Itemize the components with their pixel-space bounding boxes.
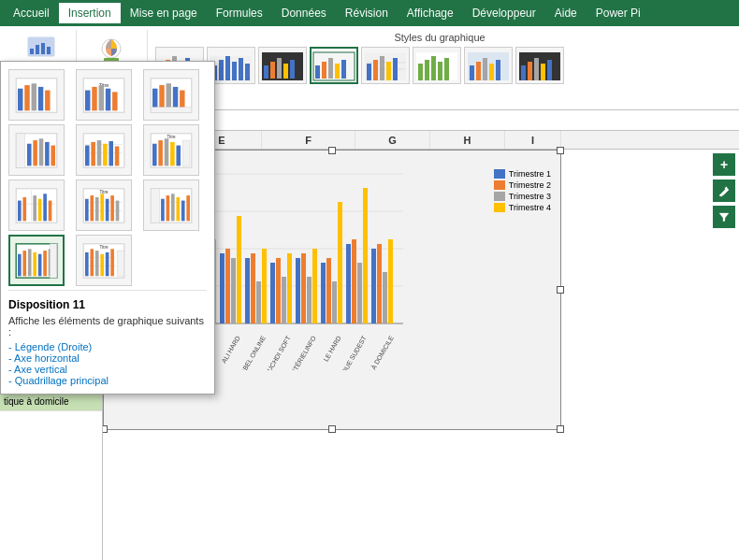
svg-rect-101: [371, 249, 376, 323]
layout-thumb-9[interactable]: [143, 179, 199, 231]
legend-label-t2: Trimestre 2: [509, 180, 551, 190]
svg-rect-96: [338, 202, 342, 323]
svg-rect-15: [219, 60, 224, 80]
layout-grid: Titre: [8, 69, 207, 286]
legend-color-t2: [494, 180, 505, 190]
svg-rect-80: [237, 216, 241, 323]
svg-rect-37: [380, 56, 384, 80]
chart-handle-br[interactable]: [557, 425, 564, 433]
layout-thumb-2[interactable]: Titre: [76, 69, 132, 121]
tab-developpeur[interactable]: Développeur: [463, 3, 545, 23]
svg-rect-129: [106, 88, 110, 110]
svg-rect-189: [181, 200, 185, 221]
tab-insertion[interactable]: Insertion: [59, 3, 121, 23]
svg-rect-104: [388, 239, 393, 323]
svg-rect-209: [106, 251, 109, 275]
svg-rect-176: [90, 195, 94, 221]
layout-thumb-5[interactable]: [76, 124, 132, 176]
svg-rect-43: [431, 56, 436, 80]
layout-thumb-10[interactable]: [8, 235, 65, 286]
filter-icon: [717, 210, 731, 223]
tab-aide[interactable]: Aide: [545, 3, 587, 23]
chart-style-3[interactable]: [258, 47, 307, 84]
svg-rect-139: [16, 133, 24, 166]
svg-rect-175: [85, 198, 89, 221]
chart-handle-tr[interactable]: [557, 147, 564, 154]
svg-rect-183: [151, 188, 159, 222]
chart-style-7[interactable]: [464, 47, 513, 84]
chart-styles-row: [155, 47, 724, 84]
tab-affichage[interactable]: Affichage: [398, 3, 463, 23]
svg-rect-79: [231, 258, 236, 323]
svg-rect-151: [103, 143, 108, 165]
tab-accueil[interactable]: Accueil: [4, 3, 59, 23]
cell-domicile-label[interactable]: tique à domicile: [0, 393, 102, 411]
filter-button[interactable]: [713, 206, 735, 228]
brush-button[interactable]: [713, 179, 735, 202]
legend-label-t1: Trimestre 1: [509, 169, 551, 179]
svg-rect-21: [264, 65, 268, 79]
legend-trimestre1: Trimestre 1: [494, 169, 551, 179]
layout-thumb-8[interactable]: Titre: [76, 179, 132, 231]
svg-rect-121: [32, 83, 36, 110]
chart-legend: Trimestre 1 Trimestre 2 Trimestre 3 Trim…: [494, 169, 551, 214]
tab-donnees[interactable]: Données: [272, 3, 336, 23]
svg-rect-128: [99, 85, 104, 110]
chart-style-4[interactable]: [310, 47, 358, 84]
svg-rect-152: [109, 141, 113, 165]
svg-rect-49: [483, 58, 487, 80]
chart-handle-bm[interactable]: [328, 425, 336, 433]
svg-rect-178: [100, 194, 104, 221]
svg-rect-141: [33, 140, 37, 165]
layout-thumb-4[interactable]: [8, 124, 65, 176]
svg-rect-130: [112, 92, 117, 110]
svg-rect-166: [22, 196, 26, 220]
chart-style-6[interactable]: [413, 47, 461, 84]
tab-powerpi[interactable]: Power Pi: [587, 3, 650, 23]
tooltip-desc: Affiche les éléments de graphique suivan…: [8, 315, 207, 337]
legend-trimestre4: Trimestre 4: [494, 203, 551, 212]
tab-formules[interactable]: Formules: [207, 3, 272, 23]
svg-rect-78: [225, 249, 230, 323]
chart-handle-tm[interactable]: [328, 147, 336, 154]
svg-rect-36: [373, 60, 378, 80]
svg-rect-86: [276, 258, 281, 323]
svg-rect-82: [251, 253, 255, 323]
layout-dropdown: Titre: [0, 61, 215, 395]
svg-rect-103: [383, 272, 387, 323]
svg-rect-165: [18, 200, 22, 221]
svg-rect-51: [496, 60, 500, 80]
chart-style-5[interactable]: [361, 47, 410, 84]
add-element-button[interactable]: +: [713, 153, 735, 176]
tab-mise-en-page[interactable]: Mise en page: [121, 3, 207, 23]
tooltip-item-2: - Axe horizontal: [8, 352, 207, 364]
legend-color-t1: [494, 169, 505, 179]
layout-thumb-3[interactable]: [143, 69, 199, 121]
svg-rect-45: [444, 58, 449, 80]
svg-rect-150: [97, 140, 102, 165]
chart-handle-mr[interactable]: [557, 286, 564, 294]
svg-rect-123: [45, 90, 50, 110]
svg-rect-170: [49, 200, 52, 221]
layout-thumb-6[interactable]: Titre: [143, 124, 199, 176]
svg-rect-167: [33, 195, 36, 221]
layout-thumb-1[interactable]: [8, 69, 65, 121]
tab-revision[interactable]: Révision: [336, 3, 398, 23]
legend-trimestre2: Trimestre 2: [494, 180, 551, 190]
svg-rect-92: [312, 249, 317, 323]
chart-style-8[interactable]: [515, 47, 564, 84]
svg-rect-31: [341, 60, 346, 79]
svg-rect-83: [256, 281, 261, 323]
svg-rect-90: [301, 253, 306, 323]
svg-rect-48: [476, 62, 481, 80]
svg-rect-57: [547, 60, 552, 80]
svg-rect-160: [170, 141, 175, 165]
brush-icon: [717, 184, 731, 197]
layout-thumb-11[interactable]: Titre: [76, 235, 132, 286]
tooltip-title: Disposition 11: [8, 298, 207, 311]
svg-rect-88: [287, 253, 292, 323]
chart-handle-bl[interactable]: [103, 425, 108, 433]
svg-rect-102: [377, 244, 382, 323]
layout-thumb-7[interactable]: [8, 179, 65, 231]
svg-rect-39: [393, 58, 398, 80]
